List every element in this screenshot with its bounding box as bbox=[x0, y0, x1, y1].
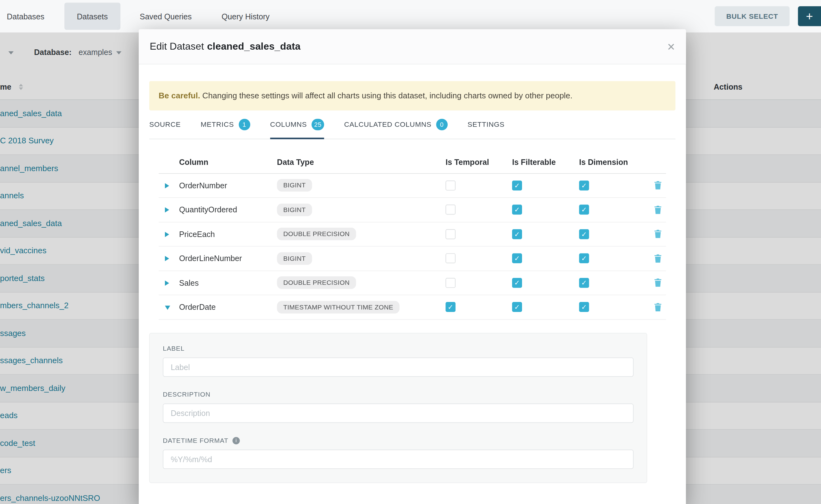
modal-title-dataset-name: cleaned_sales_data bbox=[207, 41, 300, 52]
warning-text: Changing these settings will affect all … bbox=[202, 91, 572, 100]
datetime-format-field-label: DATETIME FORMAT bbox=[163, 437, 228, 444]
delete-icon[interactable] bbox=[654, 181, 662, 190]
column-name: QuantityOrdered bbox=[179, 205, 277, 214]
is-temporal-checkbox[interactable]: ✓ bbox=[446, 278, 456, 288]
data-type-pill: TIMESTAMP WITHOUT TIME ZONE bbox=[277, 301, 399, 314]
is-filterable-checkbox[interactable]: ✓ bbox=[512, 205, 522, 215]
delete-icon[interactable] bbox=[654, 230, 662, 239]
label-field-group: LABEL bbox=[163, 345, 634, 377]
check-icon: ✓ bbox=[514, 304, 520, 311]
data-type-pill: DOUBLE PRECISION bbox=[277, 277, 356, 289]
label-input[interactable] bbox=[163, 357, 634, 377]
nav-item-datasets[interactable]: Datasets bbox=[64, 2, 121, 30]
check-icon: ✓ bbox=[581, 206, 587, 213]
nav-item-databases[interactable]: Databases bbox=[7, 12, 44, 21]
table-row-ordernumber: OrderNumber BIGINT ✓ ✓ ✓ bbox=[159, 174, 666, 198]
is-filterable-checkbox[interactable]: ✓ bbox=[512, 278, 522, 288]
check-icon: ✓ bbox=[581, 304, 587, 311]
is-filterable-checkbox[interactable]: ✓ bbox=[512, 229, 522, 239]
warning-banner: Be careful.Changing these settings will … bbox=[149, 81, 675, 110]
is-dimension-checkbox[interactable]: ✓ bbox=[579, 180, 589, 190]
is-dimension-checkbox[interactable]: ✓ bbox=[579, 205, 589, 215]
tab-label: SOURCE bbox=[149, 121, 181, 128]
tab-count-badge: 25 bbox=[311, 119, 324, 130]
expand-caret-icon[interactable] bbox=[165, 232, 169, 237]
data-type-pill: BIGINT bbox=[277, 179, 312, 192]
label-field-label: LABEL bbox=[163, 345, 634, 352]
modal-header: Edit Datasetcleaned_sales_data × bbox=[139, 29, 686, 64]
add-dataset-button[interactable]: + bbox=[798, 6, 821, 26]
modal-title-prefix: Edit Dataset bbox=[150, 41, 204, 52]
is-dimension-checkbox[interactable]: ✓ bbox=[579, 254, 589, 264]
column-name: OrderDate bbox=[179, 303, 277, 311]
check-icon: ✓ bbox=[448, 304, 453, 311]
description-input[interactable] bbox=[163, 403, 634, 423]
column-name: PriceEach bbox=[179, 230, 277, 239]
expand-caret-icon[interactable] bbox=[165, 280, 169, 286]
datetime-format-field-group: DATETIME FORMAT i bbox=[163, 437, 634, 469]
modal-tabs: SOURCE METRICS 1 COLUMNS 25 CALCULATED C… bbox=[149, 110, 675, 139]
bulk-select-button[interactable]: BULK SELECT bbox=[715, 6, 790, 26]
delete-icon[interactable] bbox=[654, 303, 662, 311]
is-filterable-checkbox[interactable]: ✓ bbox=[512, 302, 522, 312]
columns-table: Column Data Type Is Temporal Is Filterab… bbox=[159, 151, 666, 319]
table-row-quantityordered: QuantityOrdered BIGINT ✓ ✓ ✓ bbox=[159, 198, 666, 222]
nav-item-saved-queries[interactable]: Saved Queries bbox=[140, 12, 191, 21]
tab-metrics[interactable]: METRICS 1 bbox=[200, 110, 250, 139]
plus-icon: + bbox=[806, 9, 813, 23]
expand-caret-icon[interactable] bbox=[165, 207, 169, 213]
is-temporal-checkbox[interactable]: ✓ bbox=[446, 302, 456, 312]
info-icon[interactable]: i bbox=[232, 437, 240, 444]
is-filterable-checkbox[interactable]: ✓ bbox=[512, 254, 522, 264]
is-temporal-checkbox[interactable]: ✓ bbox=[446, 254, 456, 264]
table-row-orderdate: OrderDate TIMESTAMP WITHOUT TIME ZONE ✓ … bbox=[159, 295, 666, 320]
is-temporal-checkbox[interactable]: ✓ bbox=[446, 205, 456, 215]
is-dimension-checkbox[interactable]: ✓ bbox=[579, 302, 589, 312]
delete-icon[interactable] bbox=[654, 206, 662, 214]
tab-label: CALCULATED COLUMNS bbox=[344, 121, 431, 128]
tab-count-badge: 0 bbox=[436, 119, 448, 130]
is-dimension-checkbox[interactable]: ✓ bbox=[579, 229, 589, 239]
tab-count-badge: 1 bbox=[239, 119, 250, 130]
warning-bold-text: Be careful. bbox=[159, 91, 200, 100]
is-filterable-header: Is Filterable bbox=[512, 157, 579, 166]
column-name: Sales bbox=[179, 279, 277, 287]
tab-label: SETTINGS bbox=[468, 121, 505, 128]
check-icon: ✓ bbox=[581, 231, 587, 238]
check-icon: ✓ bbox=[514, 255, 520, 262]
check-icon: ✓ bbox=[514, 182, 520, 189]
column-name: OrderNumber bbox=[179, 181, 277, 190]
is-temporal-checkbox[interactable]: ✓ bbox=[446, 180, 456, 190]
column-detail-panel: LABEL DESCRIPTION DATETIME FORMAT i bbox=[149, 333, 647, 483]
is-temporal-checkbox[interactable]: ✓ bbox=[446, 229, 456, 239]
delete-icon[interactable] bbox=[654, 254, 662, 263]
collapse-caret-icon[interactable] bbox=[165, 306, 170, 310]
column-header: Column bbox=[179, 157, 277, 166]
nav-actions: BULK SELECT + bbox=[715, 0, 821, 32]
check-icon: ✓ bbox=[581, 255, 587, 262]
datetime-format-input[interactable] bbox=[163, 449, 634, 469]
data-type-pill: BIGINT bbox=[277, 252, 312, 265]
check-icon: ✓ bbox=[581, 279, 587, 286]
table-row-orderlinenumber: OrderLineNumber BIGINT ✓ ✓ ✓ bbox=[159, 247, 666, 271]
modal-body: Be careful.Changing these settings will … bbox=[139, 81, 686, 483]
edit-dataset-modal: Edit Datasetcleaned_sales_data × Be care… bbox=[139, 29, 686, 504]
expand-caret-icon[interactable] bbox=[165, 256, 169, 261]
nav-item-query-history[interactable]: Query History bbox=[221, 12, 269, 21]
is-filterable-checkbox[interactable]: ✓ bbox=[512, 180, 522, 190]
tab-label: METRICS bbox=[200, 121, 234, 128]
tab-label: COLUMNS bbox=[270, 121, 307, 128]
is-dimension-checkbox[interactable]: ✓ bbox=[579, 278, 589, 288]
check-icon: ✓ bbox=[514, 231, 520, 238]
data-type-pill: BIGINT bbox=[277, 204, 312, 216]
check-icon: ✓ bbox=[514, 206, 520, 213]
tab-columns[interactable]: COLUMNS 25 bbox=[270, 110, 324, 139]
delete-icon[interactable] bbox=[654, 279, 662, 287]
close-icon[interactable]: × bbox=[667, 40, 675, 53]
check-icon: ✓ bbox=[581, 182, 587, 189]
tab-calculated-columns[interactable]: CALCULATED COLUMNS 0 bbox=[344, 110, 448, 139]
modal-title: Edit Datasetcleaned_sales_data bbox=[150, 41, 300, 52]
expand-caret-icon[interactable] bbox=[165, 183, 169, 189]
tab-source[interactable]: SOURCE bbox=[149, 110, 181, 139]
tab-settings[interactable]: SETTINGS bbox=[468, 110, 505, 139]
